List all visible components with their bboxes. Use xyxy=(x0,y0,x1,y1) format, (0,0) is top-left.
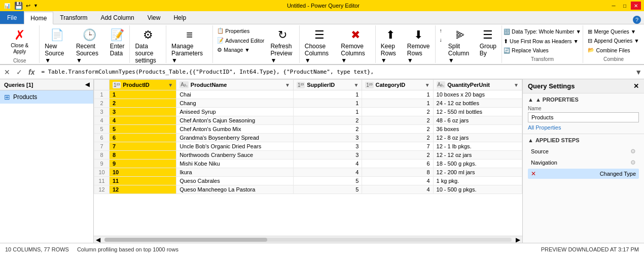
cell-supplierid[interactable]: 3 xyxy=(293,142,362,151)
cell-productname[interactable]: Uncle Bob's Organic Dried Pears xyxy=(176,142,294,151)
col-filter-supplierid[interactable]: ▼ xyxy=(353,82,359,88)
formula-expand-button[interactable]: ▼ xyxy=(635,68,642,76)
table-row[interactable]: 1010Ikura4812 - 200 ml jars xyxy=(94,168,522,177)
cell-categoryid[interactable]: 7 xyxy=(362,142,433,151)
data-source-settings-button[interactable]: ⚙ Data source settings xyxy=(132,26,164,66)
cell-categoryid[interactable]: 2 xyxy=(362,116,433,125)
cell-supplierid[interactable]: 3 xyxy=(293,151,362,160)
merge-queries-button[interactable]: ⊞ Merge Queries ▼ xyxy=(586,27,638,36)
refresh-preview-button[interactable]: ↻ RefreshPreview ▼ xyxy=(267,26,297,66)
combine-files-button[interactable]: 📂 Combine Files xyxy=(586,46,632,54)
cell-productid[interactable]: 3 xyxy=(110,108,176,116)
cell-supplierid[interactable]: 1 xyxy=(293,99,362,108)
table-row[interactable]: 1111Queso Cabrales541 kg pkg. xyxy=(94,177,522,185)
undo-icon[interactable]: ↩ xyxy=(26,3,30,9)
table-row[interactable]: 55Chef Anton's Gumbo Mix2236 boxes xyxy=(94,125,522,134)
col-filter-categoryid[interactable]: ▼ xyxy=(425,82,430,88)
cell-productid[interactable]: 2 xyxy=(110,99,176,108)
applied-steps-collapse-icon[interactable]: ▲ xyxy=(528,137,533,143)
split-column-button[interactable]: ⫸ SplitColumn ▼ xyxy=(445,26,476,66)
group-by-button[interactable]: ☰ GroupBy xyxy=(477,26,499,59)
col-header-quantityperunit[interactable]: Aᵦ꜀ QuantityPerUnit ▼ xyxy=(433,80,522,90)
remove-columns-button[interactable]: ✖ RemoveColumns ▼ xyxy=(338,26,373,66)
cell-supplierid[interactable]: 2 xyxy=(293,125,362,134)
cell-categoryid[interactable]: 6 xyxy=(362,160,433,168)
cell-productname[interactable]: Aniseed Syrup xyxy=(176,108,294,116)
cell-productname[interactable]: Chai xyxy=(176,90,294,99)
data-type-button[interactable]: 🔢 Data Type: Whole Number ▼ xyxy=(502,27,583,36)
cell-supplierid[interactable]: 5 xyxy=(293,177,362,185)
cell-productname[interactable]: Chef Anton's Gumbo Mix xyxy=(176,125,294,134)
cell-supplierid[interactable]: 4 xyxy=(293,168,362,177)
data-grid-wrapper[interactable]: 1²³ ProductID ▼ Aᵦ꜀ ProductName ▼ xyxy=(94,79,522,236)
col-header-supplierid[interactable]: 1²³ SupplierID ▼ xyxy=(293,80,362,90)
cell-quantityperunit[interactable]: 24 - 12 oz bottles xyxy=(433,99,522,108)
col-filter-quantityperunit[interactable]: ▼ xyxy=(514,82,519,88)
tab-transform[interactable]: Transform xyxy=(53,11,94,24)
cell-productid[interactable]: 6 xyxy=(110,134,176,142)
col-header-productid[interactable]: 1²³ ProductID ▼ xyxy=(110,80,176,90)
sort-asc-button[interactable]: ↑ xyxy=(438,26,444,35)
cell-categoryid[interactable]: 2 xyxy=(362,151,433,160)
cell-productname[interactable]: Chang xyxy=(176,99,294,108)
cell-quantityperunit[interactable]: 48 - 6 oz jars xyxy=(433,116,522,125)
cell-quantityperunit[interactable]: 12 - 12 oz jars xyxy=(433,151,522,160)
cell-productid[interactable]: 8 xyxy=(110,151,176,160)
cell-productid[interactable]: 1 xyxy=(110,90,176,99)
help-icon[interactable]: ? xyxy=(633,16,641,24)
table-row[interactable]: 44Chef Anton's Cajun Seasoning2248 - 6 o… xyxy=(94,116,522,125)
col-filter-productid[interactable]: ▼ xyxy=(168,82,173,88)
cell-supplierid[interactable]: 5 xyxy=(293,185,362,194)
step-source-gear[interactable]: ⚙ xyxy=(630,148,636,155)
queries-panel-collapse[interactable]: ◀ xyxy=(85,81,89,88)
step-changed-type[interactable]: ✕ Changed Type xyxy=(528,169,639,179)
formula-confirm-button[interactable]: ✓ xyxy=(14,68,24,76)
choose-columns-button[interactable]: ☰ ChooseColumns ▼ xyxy=(302,26,337,66)
cell-supplierid[interactable]: 4 xyxy=(293,160,362,168)
cell-supplierid[interactable]: 2 xyxy=(293,116,362,125)
table-row[interactable]: 66Grandma's Boysenberry Spread3212 - 8 o… xyxy=(94,134,522,142)
tab-view[interactable]: View xyxy=(141,11,167,24)
table-row[interactable]: 33Aniseed Syrup1212 - 550 ml bottles xyxy=(94,108,522,116)
scroll-left-arrow[interactable]: ◀ xyxy=(94,236,102,243)
cell-quantityperunit[interactable]: 18 - 500 g pkgs. xyxy=(433,160,522,168)
cell-quantityperunit[interactable]: 10 boxes x 20 bags xyxy=(433,90,522,99)
formula-cancel-button[interactable]: ✕ xyxy=(2,68,12,76)
cell-supplierid[interactable]: 3 xyxy=(293,134,362,142)
settings-panel-close[interactable]: ✕ xyxy=(633,82,639,90)
table-row[interactable]: 11Chai1110 boxes x 20 bags xyxy=(94,90,522,99)
cell-productname[interactable]: Chef Anton's Cajun Seasoning xyxy=(176,116,294,125)
save-icon[interactable]: 💾 xyxy=(14,2,23,10)
properties-collapse-icon[interactable]: ▲ xyxy=(528,97,533,103)
cell-productname[interactable]: Northwoods Cranberry Sauce xyxy=(176,151,294,160)
cell-quantityperunit[interactable]: 10 - 500 g pkgs. xyxy=(433,185,522,194)
maximize-button[interactable]: □ xyxy=(620,2,630,10)
cell-categoryid[interactable]: 2 xyxy=(362,134,433,142)
cell-productid[interactable]: 5 xyxy=(110,125,176,134)
table-row[interactable]: 1212Queso Mancheego La Pastora5410 - 500… xyxy=(94,185,522,194)
tab-home[interactable]: Home xyxy=(24,12,53,24)
cell-productid[interactable]: 11 xyxy=(110,177,176,185)
sort-desc-button[interactable]: ↓ xyxy=(438,36,444,44)
recent-sources-button[interactable]: 🕒 RecentSources ▼ xyxy=(73,26,106,66)
col-filter-productname[interactable]: ▼ xyxy=(285,82,290,88)
name-field-input[interactable] xyxy=(528,112,639,122)
manage-parameters-button[interactable]: ≡ ManageParameters ▼ xyxy=(168,26,210,66)
formula-input[interactable] xyxy=(39,67,633,77)
cell-categoryid[interactable]: 2 xyxy=(362,125,433,134)
cell-productid[interactable]: 10 xyxy=(110,168,176,177)
cell-quantityperunit[interactable]: 1 kg pkg. xyxy=(433,177,522,185)
step-source[interactable]: Source ⚙ xyxy=(528,146,639,156)
title-bar-dropdown[interactable]: ▼ xyxy=(33,3,38,8)
cell-supplierid[interactable]: 1 xyxy=(293,90,362,99)
enter-data-button[interactable]: 📝 EnterData xyxy=(107,26,128,59)
close-button[interactable]: ✕ xyxy=(631,2,641,10)
cell-productid[interactable]: 12 xyxy=(110,185,176,194)
cell-categoryid[interactable]: 1 xyxy=(362,99,433,108)
table-row[interactable]: 99Mishi Kobe Niku4618 - 500 g pkgs. xyxy=(94,160,522,168)
close-apply-button[interactable]: ✗ Close & Apply xyxy=(2,26,37,57)
advanced-editor-button[interactable]: 📝 Advanced Editor xyxy=(215,36,266,45)
cell-quantityperunit[interactable]: 12 - 200 ml jars xyxy=(433,168,522,177)
append-queries-button[interactable]: ⊟ Append Queries ▼ xyxy=(586,37,641,45)
use-first-row-button[interactable]: ⬆ Use First Row as Headers ▼ xyxy=(502,37,581,45)
